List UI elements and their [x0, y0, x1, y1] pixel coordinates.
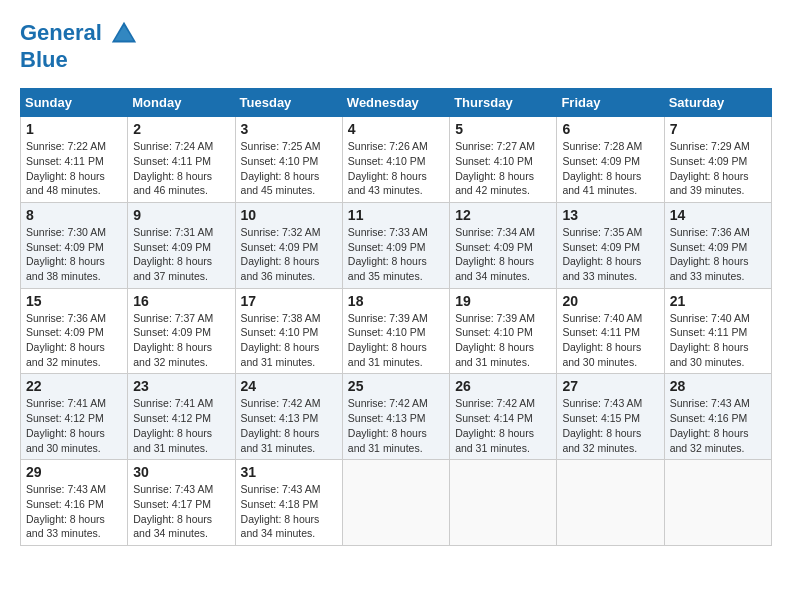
calendar-cell: 7 Sunrise: 7:29 AM Sunset: 4:09 PM Dayli…: [664, 117, 771, 203]
day-info: Sunrise: 7:42 AM Sunset: 4:13 PM Dayligh…: [241, 396, 337, 455]
day-info: Sunrise: 7:42 AM Sunset: 4:14 PM Dayligh…: [455, 396, 551, 455]
calendar-week-2: 8 Sunrise: 7:30 AM Sunset: 4:09 PM Dayli…: [21, 202, 772, 288]
calendar-cell: 10 Sunrise: 7:32 AM Sunset: 4:09 PM Dayl…: [235, 202, 342, 288]
calendar-cell: 3 Sunrise: 7:25 AM Sunset: 4:10 PM Dayli…: [235, 117, 342, 203]
weekday-header-wednesday: Wednesday: [342, 89, 449, 117]
calendar-cell: [664, 460, 771, 546]
day-info: Sunrise: 7:29 AM Sunset: 4:09 PM Dayligh…: [670, 139, 766, 198]
weekday-header-row: SundayMondayTuesdayWednesdayThursdayFrid…: [21, 89, 772, 117]
day-info: Sunrise: 7:25 AM Sunset: 4:10 PM Dayligh…: [241, 139, 337, 198]
day-number: 24: [241, 378, 337, 394]
day-info: Sunrise: 7:27 AM Sunset: 4:10 PM Dayligh…: [455, 139, 551, 198]
calendar-cell: [450, 460, 557, 546]
weekday-header-sunday: Sunday: [21, 89, 128, 117]
calendar-cell: 12 Sunrise: 7:34 AM Sunset: 4:09 PM Dayl…: [450, 202, 557, 288]
day-info: Sunrise: 7:43 AM Sunset: 4:16 PM Dayligh…: [26, 482, 122, 541]
day-info: Sunrise: 7:35 AM Sunset: 4:09 PM Dayligh…: [562, 225, 658, 284]
day-number: 21: [670, 293, 766, 309]
calendar-cell: [342, 460, 449, 546]
calendar-cell: 11 Sunrise: 7:33 AM Sunset: 4:09 PM Dayl…: [342, 202, 449, 288]
day-info: Sunrise: 7:40 AM Sunset: 4:11 PM Dayligh…: [562, 311, 658, 370]
calendar-cell: 22 Sunrise: 7:41 AM Sunset: 4:12 PM Dayl…: [21, 374, 128, 460]
calendar-cell: 21 Sunrise: 7:40 AM Sunset: 4:11 PM Dayl…: [664, 288, 771, 374]
calendar-cell: 25 Sunrise: 7:42 AM Sunset: 4:13 PM Dayl…: [342, 374, 449, 460]
calendar-cell: 2 Sunrise: 7:24 AM Sunset: 4:11 PM Dayli…: [128, 117, 235, 203]
page-header: General Blue: [20, 20, 772, 72]
day-number: 17: [241, 293, 337, 309]
day-number: 26: [455, 378, 551, 394]
day-number: 9: [133, 207, 229, 223]
day-number: 4: [348, 121, 444, 137]
day-number: 14: [670, 207, 766, 223]
day-info: Sunrise: 7:43 AM Sunset: 4:17 PM Dayligh…: [133, 482, 229, 541]
day-info: Sunrise: 7:26 AM Sunset: 4:10 PM Dayligh…: [348, 139, 444, 198]
day-info: Sunrise: 7:41 AM Sunset: 4:12 PM Dayligh…: [26, 396, 122, 455]
day-number: 7: [670, 121, 766, 137]
day-info: Sunrise: 7:30 AM Sunset: 4:09 PM Dayligh…: [26, 225, 122, 284]
day-number: 25: [348, 378, 444, 394]
logo: General Blue: [20, 20, 138, 72]
day-info: Sunrise: 7:24 AM Sunset: 4:11 PM Dayligh…: [133, 139, 229, 198]
calendar-cell: 26 Sunrise: 7:42 AM Sunset: 4:14 PM Dayl…: [450, 374, 557, 460]
day-info: Sunrise: 7:32 AM Sunset: 4:09 PM Dayligh…: [241, 225, 337, 284]
calendar-cell: 24 Sunrise: 7:42 AM Sunset: 4:13 PM Dayl…: [235, 374, 342, 460]
calendar-cell: 5 Sunrise: 7:27 AM Sunset: 4:10 PM Dayli…: [450, 117, 557, 203]
calendar-cell: 31 Sunrise: 7:43 AM Sunset: 4:18 PM Dayl…: [235, 460, 342, 546]
day-info: Sunrise: 7:43 AM Sunset: 4:15 PM Dayligh…: [562, 396, 658, 455]
day-number: 11: [348, 207, 444, 223]
day-number: 23: [133, 378, 229, 394]
calendar-cell: 20 Sunrise: 7:40 AM Sunset: 4:11 PM Dayl…: [557, 288, 664, 374]
day-number: 22: [26, 378, 122, 394]
calendar-cell: 8 Sunrise: 7:30 AM Sunset: 4:09 PM Dayli…: [21, 202, 128, 288]
calendar-cell: 4 Sunrise: 7:26 AM Sunset: 4:10 PM Dayli…: [342, 117, 449, 203]
day-number: 8: [26, 207, 122, 223]
day-number: 18: [348, 293, 444, 309]
logo-blue: Blue: [20, 48, 138, 72]
day-number: 10: [241, 207, 337, 223]
day-info: Sunrise: 7:43 AM Sunset: 4:16 PM Dayligh…: [670, 396, 766, 455]
day-info: Sunrise: 7:42 AM Sunset: 4:13 PM Dayligh…: [348, 396, 444, 455]
calendar-cell: 23 Sunrise: 7:41 AM Sunset: 4:12 PM Dayl…: [128, 374, 235, 460]
calendar-cell: 18 Sunrise: 7:39 AM Sunset: 4:10 PM Dayl…: [342, 288, 449, 374]
calendar-cell: 30 Sunrise: 7:43 AM Sunset: 4:17 PM Dayl…: [128, 460, 235, 546]
day-number: 19: [455, 293, 551, 309]
calendar-cell: 1 Sunrise: 7:22 AM Sunset: 4:11 PM Dayli…: [21, 117, 128, 203]
day-number: 27: [562, 378, 658, 394]
day-number: 1: [26, 121, 122, 137]
weekday-header-monday: Monday: [128, 89, 235, 117]
calendar-cell: [557, 460, 664, 546]
day-info: Sunrise: 7:39 AM Sunset: 4:10 PM Dayligh…: [455, 311, 551, 370]
day-info: Sunrise: 7:28 AM Sunset: 4:09 PM Dayligh…: [562, 139, 658, 198]
day-info: Sunrise: 7:33 AM Sunset: 4:09 PM Dayligh…: [348, 225, 444, 284]
day-info: Sunrise: 7:41 AM Sunset: 4:12 PM Dayligh…: [133, 396, 229, 455]
day-info: Sunrise: 7:39 AM Sunset: 4:10 PM Dayligh…: [348, 311, 444, 370]
day-number: 12: [455, 207, 551, 223]
weekday-header-thursday: Thursday: [450, 89, 557, 117]
day-info: Sunrise: 7:34 AM Sunset: 4:09 PM Dayligh…: [455, 225, 551, 284]
calendar-cell: 14 Sunrise: 7:36 AM Sunset: 4:09 PM Dayl…: [664, 202, 771, 288]
day-number: 29: [26, 464, 122, 480]
calendar-table: SundayMondayTuesdayWednesdayThursdayFrid…: [20, 88, 772, 546]
calendar-cell: 29 Sunrise: 7:43 AM Sunset: 4:16 PM Dayl…: [21, 460, 128, 546]
day-info: Sunrise: 7:38 AM Sunset: 4:10 PM Dayligh…: [241, 311, 337, 370]
day-number: 13: [562, 207, 658, 223]
calendar-body: 1 Sunrise: 7:22 AM Sunset: 4:11 PM Dayli…: [21, 117, 772, 546]
calendar-week-5: 29 Sunrise: 7:43 AM Sunset: 4:16 PM Dayl…: [21, 460, 772, 546]
day-number: 15: [26, 293, 122, 309]
day-info: Sunrise: 7:22 AM Sunset: 4:11 PM Dayligh…: [26, 139, 122, 198]
calendar-week-3: 15 Sunrise: 7:36 AM Sunset: 4:09 PM Dayl…: [21, 288, 772, 374]
day-info: Sunrise: 7:43 AM Sunset: 4:18 PM Dayligh…: [241, 482, 337, 541]
calendar-cell: 27 Sunrise: 7:43 AM Sunset: 4:15 PM Dayl…: [557, 374, 664, 460]
weekday-header-friday: Friday: [557, 89, 664, 117]
day-number: 28: [670, 378, 766, 394]
calendar-week-4: 22 Sunrise: 7:41 AM Sunset: 4:12 PM Dayl…: [21, 374, 772, 460]
calendar-cell: 16 Sunrise: 7:37 AM Sunset: 4:09 PM Dayl…: [128, 288, 235, 374]
calendar-cell: 13 Sunrise: 7:35 AM Sunset: 4:09 PM Dayl…: [557, 202, 664, 288]
day-number: 5: [455, 121, 551, 137]
day-number: 31: [241, 464, 337, 480]
day-info: Sunrise: 7:36 AM Sunset: 4:09 PM Dayligh…: [26, 311, 122, 370]
day-info: Sunrise: 7:40 AM Sunset: 4:11 PM Dayligh…: [670, 311, 766, 370]
calendar-cell: 6 Sunrise: 7:28 AM Sunset: 4:09 PM Dayli…: [557, 117, 664, 203]
day-number: 2: [133, 121, 229, 137]
logo-text: General: [20, 20, 138, 48]
